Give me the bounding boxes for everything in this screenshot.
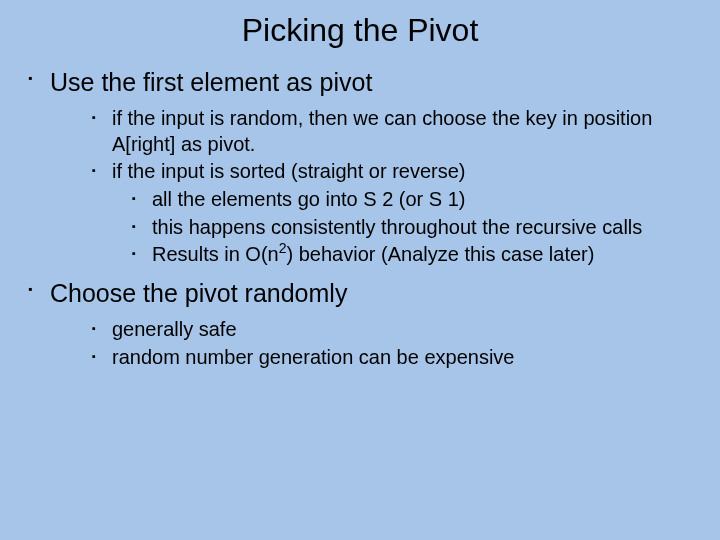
bullet-lvl2: generally safe	[92, 317, 700, 343]
bullet-list: Use the first element as pivot if the in…	[20, 67, 700, 370]
bullet-subsublist: all the elements go into S 2 (or S 1) th…	[112, 187, 700, 268]
bullet-lvl2: if the input is sorted (straight or reve…	[92, 159, 700, 267]
bullet-lvl3: Results in O(n2) behavior (Analyze this …	[132, 242, 700, 268]
bullet-lvl3: this happens consistently throughout the…	[132, 215, 700, 241]
superscript: 2	[279, 241, 287, 257]
bullet-sublist: if the input is random, then we can choo…	[50, 106, 700, 268]
bullet-text: if the input is sorted (straight or reve…	[112, 160, 465, 182]
bullet-text: ) behavior (Analyze this case later)	[287, 243, 595, 265]
bullet-lvl1: Use the first element as pivot if the in…	[28, 67, 700, 268]
bullet-text: random number generation can be expensiv…	[112, 346, 514, 368]
bullet-text: if the input is random, then we can choo…	[112, 107, 652, 155]
bullet-text: Use the first element as pivot	[50, 68, 372, 96]
bullet-lvl3: all the elements go into S 2 (or S 1)	[132, 187, 700, 213]
bullet-text: this happens consistently throughout the…	[152, 216, 642, 238]
bullet-lvl2: random number generation can be expensiv…	[92, 345, 700, 371]
bullet-sublist: generally safe random number generation …	[50, 317, 700, 370]
slide: Picking the Pivot Use the first element …	[0, 0, 720, 540]
bullet-lvl1: Choose the pivot randomly generally safe…	[28, 278, 700, 370]
bullet-text: Results in O(n	[152, 243, 279, 265]
bullet-text: Choose the pivot randomly	[50, 279, 347, 307]
bullet-text: all the elements go into S 2 (or S 1)	[152, 188, 466, 210]
slide-title: Picking the Pivot	[20, 12, 700, 49]
bullet-text: generally safe	[112, 318, 237, 340]
bullet-lvl2: if the input is random, then we can choo…	[92, 106, 700, 157]
